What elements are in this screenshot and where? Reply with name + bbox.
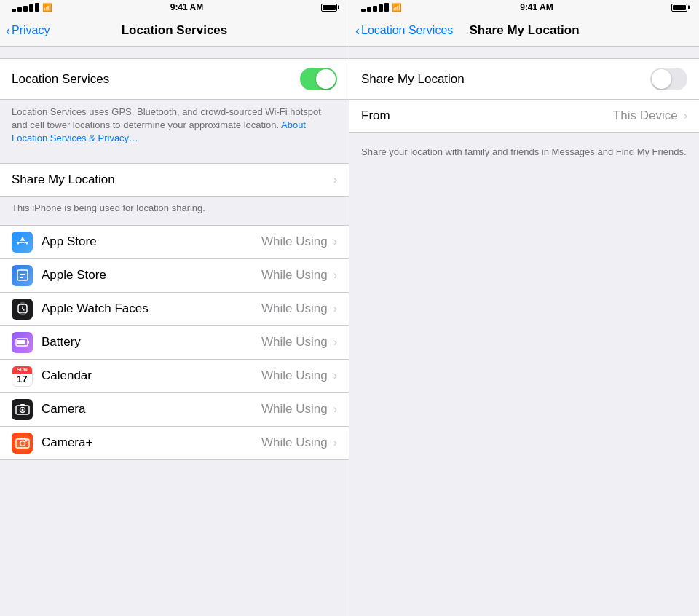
app-name: Apple Watch Faces xyxy=(42,301,261,316)
from-label: From xyxy=(361,108,613,123)
svg-rect-4 xyxy=(20,277,23,278)
back-button-right[interactable]: ‹ Location Services xyxy=(355,24,453,37)
status-bar-right: 📶 9:41 AM xyxy=(350,0,699,15)
status-right-left: 📶 xyxy=(361,3,402,12)
from-row[interactable]: From This Device › xyxy=(350,100,699,132)
share-location-toggle[interactable] xyxy=(650,68,687,90)
app-name: Battery xyxy=(42,335,261,350)
share-location-row[interactable]: Share My Location › xyxy=(0,164,349,196)
share-toggle-section: Share My Location From This Device › xyxy=(350,58,699,133)
apple-watch-icon xyxy=(12,299,33,320)
from-chevron-icon: › xyxy=(684,109,687,122)
location-services-toggle[interactable] xyxy=(300,68,337,90)
row-chevron-icon: › xyxy=(333,403,337,416)
back-button-left[interactable]: ‹ Privacy xyxy=(6,24,50,37)
nav-bar-left: ‹ Privacy Location Services xyxy=(0,15,349,47)
app-name: Camera xyxy=(42,402,261,416)
battery-app-icon xyxy=(12,332,33,353)
list-item[interactable]: Camera While Using › xyxy=(0,393,349,427)
svg-line-9 xyxy=(23,309,24,310)
right-content: Share My Location From This Device › Sha… xyxy=(350,47,699,616)
svg-point-16 xyxy=(21,409,23,411)
location-description: Location Services uses GPS, Bluetooth, a… xyxy=(0,100,349,157)
status-right xyxy=(321,4,337,12)
battery-fill xyxy=(323,5,336,10)
app-store-icon xyxy=(12,232,33,253)
list-item[interactable]: App Store While Using › xyxy=(0,225,349,259)
app-permission: While Using xyxy=(261,435,328,450)
row-chevron-icon: › xyxy=(333,269,337,282)
left-content: Location Services Location Services uses… xyxy=(0,47,349,616)
svg-rect-19 xyxy=(20,438,25,439)
apple-store-icon xyxy=(12,265,33,286)
svg-rect-15 xyxy=(20,404,25,406)
battery-icon-left xyxy=(321,4,337,12)
wifi-icon-right: 📶 xyxy=(392,3,402,12)
svg-point-18 xyxy=(20,441,25,446)
battery-fill-right xyxy=(673,5,686,10)
app-name: Calendar xyxy=(42,368,261,383)
share-section-right: Share My Location From This Device › Sha… xyxy=(350,58,699,171)
toggle-thumb-right xyxy=(652,69,671,89)
svg-rect-3 xyxy=(20,274,25,275)
calendar-app-icon: SUN 17 xyxy=(12,366,33,387)
status-bar-left: 📶 9:41 AM xyxy=(0,0,349,15)
nav-title-right: Share My Location xyxy=(469,23,579,38)
wifi-icon: 📶 xyxy=(42,3,52,12)
location-services-section: Location Services Location Services uses… xyxy=(0,58,349,157)
status-time-right: 9:41 AM xyxy=(520,2,553,12)
toggle-thumb xyxy=(316,69,336,89)
share-location-section: Share My Location › xyxy=(0,163,349,197)
app-permission: While Using xyxy=(261,402,328,416)
app-list: App Store While Using › Apple Store Whil… xyxy=(0,225,349,460)
status-left: 📶 xyxy=(12,3,52,12)
left-panel: 📶 9:41 AM ‹ Privacy Location Services Lo… xyxy=(0,0,350,616)
app-permission: While Using xyxy=(261,301,328,316)
location-toggle-row: Location Services xyxy=(0,59,349,99)
signal-icon xyxy=(12,3,39,12)
app-name: Camera+ xyxy=(42,435,261,450)
svg-rect-6 xyxy=(20,302,25,304)
camera-app-icon xyxy=(12,399,33,420)
share-description-text: Share your location with family and frie… xyxy=(350,133,699,171)
back-chevron-icon-right: ‹ xyxy=(355,24,360,37)
app-permission: While Using xyxy=(261,368,328,383)
back-label-right: Location Services xyxy=(361,24,453,37)
app-permission: While Using xyxy=(261,234,328,249)
row-chevron-icon: › xyxy=(333,336,337,349)
right-panel: 📶 9:41 AM ‹ Location Services Share My L… xyxy=(350,0,699,616)
back-label-left: Privacy xyxy=(12,24,50,37)
back-chevron-icon: ‹ xyxy=(6,24,10,37)
signal-icon-right xyxy=(361,3,389,12)
svg-rect-11 xyxy=(28,341,29,344)
status-time-left: 9:41 AM xyxy=(170,2,204,12)
app-permission: While Using xyxy=(261,335,328,350)
row-chevron-icon: › xyxy=(333,302,337,315)
sharing-info-text: This iPhone is being used for location s… xyxy=(0,197,349,213)
share-location-label: Share My Location xyxy=(12,173,333,187)
share-location-toggle-label: Share My Location xyxy=(361,72,465,87)
location-services-label: Location Services xyxy=(12,72,109,87)
list-item[interactable]: Apple Store While Using › xyxy=(0,259,349,293)
list-item[interactable]: Camera+ While Using › xyxy=(0,427,349,460)
row-chevron-icon: › xyxy=(333,369,337,382)
app-name: App Store xyxy=(42,234,261,249)
app-permission: While Using xyxy=(261,268,328,283)
svg-rect-12 xyxy=(17,340,25,344)
row-chevron-icon: › xyxy=(333,436,337,449)
list-item[interactable]: Battery While Using › xyxy=(0,326,349,360)
app-name: Apple Store xyxy=(42,268,261,283)
list-item[interactable]: SUN 17 Calendar While Using › xyxy=(0,360,349,393)
list-item[interactable]: Apple Watch Faces While Using › xyxy=(0,293,349,326)
location-desc-text: Location Services uses GPS, Bluetooth, a… xyxy=(12,106,321,130)
row-chevron-icon: › xyxy=(333,235,337,248)
from-value: This Device xyxy=(613,108,678,123)
svg-rect-7 xyxy=(20,313,25,315)
share-toggle-row: Share My Location xyxy=(350,59,699,100)
nav-bar-right: ‹ Location Services Share My Location xyxy=(350,15,699,47)
cameraplus-app-icon xyxy=(12,433,33,454)
nav-title-left: Location Services xyxy=(122,23,228,38)
status-right-right xyxy=(671,4,687,12)
share-chevron-icon: › xyxy=(333,173,337,186)
battery-icon-right xyxy=(671,4,687,12)
